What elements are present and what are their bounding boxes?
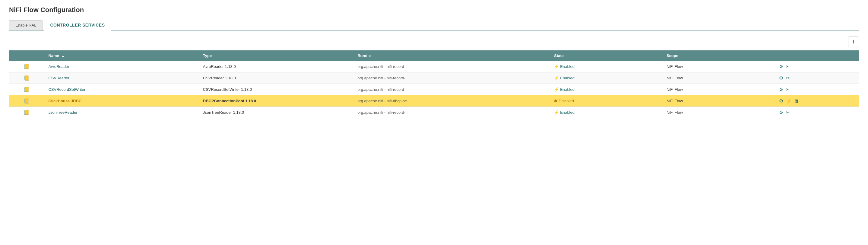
settings-icon[interactable]: ⚙ — [779, 64, 783, 69]
row-service-icon: 📒 — [9, 61, 44, 72]
disconnect-icon[interactable]: ✂ — [786, 64, 789, 69]
col-header-bundle: Bundle — [353, 51, 550, 61]
state-badge: ⚡Enabled — [554, 87, 658, 92]
row-actions-cell: ⚙✂ — [775, 84, 859, 95]
state-label: Enabled — [560, 64, 575, 69]
table-row: 📒JsonTreeReaderJsonTreeReader 1.18.0org.… — [9, 107, 859, 118]
row-actions-cell: ⚙✂ — [775, 61, 859, 72]
row-scope-cell: NiFi Flow — [662, 84, 775, 95]
table-row: 📒AvroReaderAvroReader 1.18.0org.apache.n… — [9, 61, 859, 72]
state-badge: ⚡Enabled — [554, 64, 658, 69]
settings-icon[interactable]: ⚙ — [779, 75, 783, 81]
row-state-cell: ⚡Enabled — [550, 72, 662, 84]
disconnect-icon[interactable]: ✂ — [786, 110, 789, 115]
controller-services-table: Name ▲ Type Bundle State Scope 📒AvroRead… — [9, 51, 859, 118]
controller-service-icon: 📒 — [24, 87, 30, 92]
row-type-cell: AvroReader 1.18.0 — [199, 61, 353, 72]
state-badge: ⚡Enabled — [554, 110, 658, 115]
row-name-cell[interactable]: AvroReader — [44, 61, 198, 72]
row-type-cell: CSVReader 1.18.0 — [199, 72, 353, 84]
row-name-cell[interactable]: CSVRecordSetWriter — [44, 84, 198, 95]
lightning-icon: ⚡ — [554, 87, 559, 92]
row-name-cell[interactable]: ClickHouse JDBC — [44, 95, 198, 107]
disconnect-icon[interactable]: ✂ — [786, 75, 789, 81]
settings-icon[interactable]: ⚙ — [779, 87, 783, 92]
row-bundle-cell: org.apache.nifi - nifi-record-... — [353, 72, 550, 84]
service-name-link[interactable]: AvroReader — [48, 64, 69, 69]
row-bundle-cell: org.apache.nifi - nifi-dbcp-se... — [353, 95, 550, 107]
row-bundle-cell: org.apache.nifi - nifi-record-... — [353, 107, 550, 118]
service-name-link[interactable]: CSVRecordSetWriter — [48, 87, 85, 92]
toolbar: + — [9, 36, 859, 48]
row-service-icon: 📒 — [9, 72, 44, 84]
row-bundle-cell: org.apache.nifi - nifi-record-... — [353, 61, 550, 72]
delete-icon[interactable]: 🗑 — [794, 98, 799, 104]
tab-general[interactable]: Enable RAL — [9, 20, 42, 30]
row-actions-cell: ⚙⚡🗑 — [775, 95, 859, 107]
row-name-cell[interactable]: CSVReader — [44, 72, 198, 84]
row-actions: ⚙⚡🗑 — [779, 98, 855, 104]
state-label: Enabled — [560, 76, 575, 80]
row-actions: ⚙✂ — [779, 87, 855, 92]
row-service-icon: 📒 — [9, 95, 44, 107]
state-label: Enabled — [560, 87, 575, 92]
col-header-icon — [9, 51, 44, 61]
row-service-icon: 📒 — [9, 84, 44, 95]
table-row: 📒CSVRecordSetWriterCSVRecordSetWriter 1.… — [9, 84, 859, 95]
col-header-name[interactable]: Name ▲ — [44, 51, 198, 61]
row-state-cell: ⚡Enabled — [550, 107, 662, 118]
row-scope-cell: NiFi Flow — [662, 95, 775, 107]
row-bundle-cell: org.apache.nifi - nifi-record-... — [353, 84, 550, 95]
row-state-cell: ⚡Enabled — [550, 61, 662, 72]
col-header-type: Type — [199, 51, 353, 61]
table-header-row: Name ▲ Type Bundle State Scope — [9, 51, 859, 61]
state-label: Enabled — [560, 110, 575, 115]
lightning-icon: ⚡ — [554, 64, 559, 69]
service-name-link[interactable]: ClickHouse JDBC — [48, 99, 82, 103]
add-controller-service-button[interactable]: + — [848, 36, 859, 48]
page-title: NiFi Flow Configuration — [9, 6, 859, 14]
state-badge: ⚡Enabled — [554, 76, 658, 80]
row-type-cell: CSVRecordSetWriter 1.18.0 — [199, 84, 353, 95]
row-scope-cell: NiFi Flow — [662, 61, 775, 72]
table-body: 📒AvroReaderAvroReader 1.18.0org.apache.n… — [9, 61, 859, 118]
disconnect-icon[interactable]: ✂ — [786, 87, 789, 92]
row-scope-cell: NiFi Flow — [662, 107, 775, 118]
col-header-state: State — [550, 51, 662, 61]
row-service-icon: 📒 — [9, 107, 44, 118]
row-actions: ⚙✂ — [779, 110, 855, 115]
controller-service-icon: 📒 — [24, 75, 30, 81]
col-header-scope: Scope — [662, 51, 775, 61]
lightning-icon: ⚡ — [554, 76, 559, 80]
enable-icon[interactable]: ⚡ — [786, 98, 792, 104]
settings-icon[interactable]: ⚙ — [779, 98, 783, 104]
row-state-cell: ✱Disabled — [550, 95, 662, 107]
row-name-cell[interactable]: JsonTreeReader — [44, 107, 198, 118]
controller-service-icon: 📒 — [24, 98, 30, 103]
table-row: 📒CSVReaderCSVReader 1.18.0org.apache.nif… — [9, 72, 859, 84]
row-type-cell: DBCPConnectionPool 1.18.0 — [199, 95, 353, 107]
controller-service-icon: 📒 — [24, 110, 30, 115]
settings-icon[interactable]: ⚙ — [779, 110, 783, 115]
row-actions-cell: ⚙✂ — [775, 72, 859, 84]
controller-service-icon: 📒 — [24, 64, 30, 69]
service-name-link[interactable]: CSVReader — [48, 76, 69, 80]
lightning-icon: ⚡ — [554, 110, 559, 115]
col-header-actions — [775, 51, 859, 61]
row-actions: ⚙✂ — [779, 64, 855, 69]
row-state-cell: ⚡Enabled — [550, 84, 662, 95]
row-actions: ⚙✂ — [779, 75, 855, 81]
row-scope-cell: NiFi Flow — [662, 72, 775, 84]
table-row: 📒ClickHouse JDBCDBCPConnectionPool 1.18.… — [9, 95, 859, 107]
sort-arrow-name: ▲ — [61, 54, 65, 58]
row-actions-cell: ⚙✂ — [775, 107, 859, 118]
row-type-cell: JsonTreeReader 1.18.0 — [199, 107, 353, 118]
tab-controller-services[interactable]: CONTROLLER SERVICES — [44, 20, 111, 30]
state-badge: ✱Disabled — [554, 99, 658, 103]
service-name-link[interactable]: JsonTreeReader — [48, 110, 77, 115]
tabs-bar: Enable RAL CONTROLLER SERVICES — [9, 20, 859, 30]
wrench-icon: ✱ — [554, 99, 557, 103]
state-label: Disabled — [559, 99, 574, 103]
